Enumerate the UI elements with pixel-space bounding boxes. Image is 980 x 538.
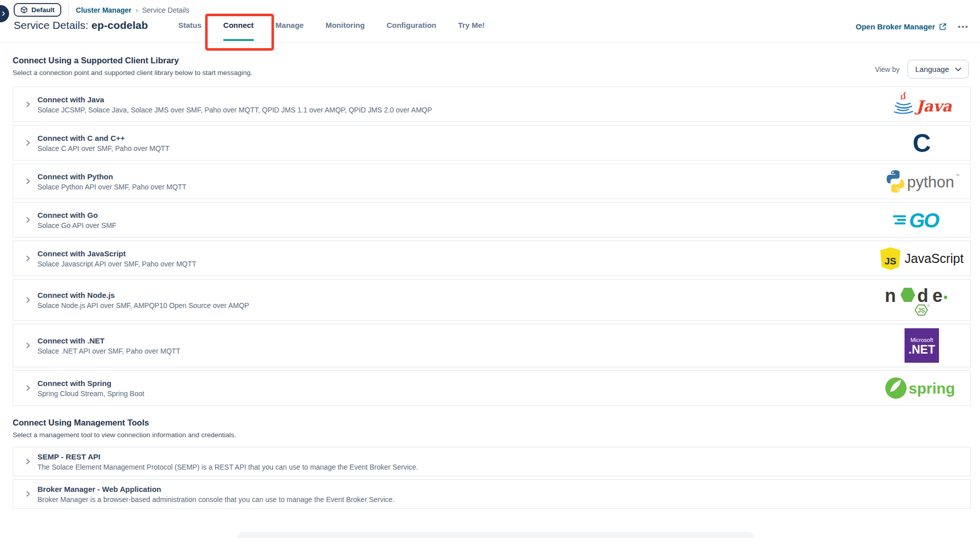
item-title[interactable]: Broker Manager - Web Application	[37, 485, 959, 493]
list-item[interactable]: SEMP - REST API The Solace Element Manag…	[13, 447, 971, 476]
management-section-subtitle: Select a management tool to view connect…	[13, 431, 971, 439]
bottom-widget-edge	[237, 532, 755, 538]
chevron-down-icon	[955, 67, 961, 71]
list-item[interactable]: Connect with Python Solace Python API ov…	[13, 164, 971, 199]
svg-text:.NET: .NET	[909, 343, 935, 356]
item-subtitle: The Solace Element Management Protocol (…	[37, 463, 959, 471]
c-language-logo: C	[907, 130, 937, 156]
chevron-right-icon	[18, 296, 37, 304]
page-header: Default Cluster Manager › Service Detail…	[0, 0, 980, 43]
page-title-prefix: Service Details:	[14, 19, 88, 31]
external-link-icon	[939, 23, 947, 30]
svg-text:JS: JS	[884, 256, 896, 266]
divider	[68, 4, 69, 17]
client-library-section-title: Connect Using a Supported Client Library	[13, 56, 253, 65]
list-item[interactable]: Connect with C and C++ Solace C API over…	[13, 125, 971, 161]
item-title[interactable]: Connect with Node.js	[37, 291, 872, 299]
breadcrumb: Cluster Manager › Service Details	[76, 6, 189, 14]
overflow-menu-button[interactable]: •••	[958, 24, 969, 29]
item-title[interactable]: Connect with JavaScript	[37, 249, 872, 258]
java-logo: Java	[891, 91, 953, 118]
tab-manage[interactable]: Manage	[276, 21, 304, 39]
environment-badge[interactable]: Default	[14, 3, 61, 17]
management-tools-list: SEMP - REST API The Solace Element Manag…	[13, 447, 971, 509]
tab-connect[interactable]: Connect	[223, 21, 254, 41]
item-logo: JS JavaScript	[878, 246, 965, 271]
svg-text:JS: JS	[918, 307, 925, 314]
svg-text:python: python	[907, 173, 954, 191]
breadcrumb-current: Service Details	[142, 6, 189, 14]
item-subtitle: Solace JCSMP, Solace Java, Solace JMS ov…	[37, 106, 872, 114]
item-logo: n d e JS	[878, 284, 965, 316]
tab-try-me[interactable]: Try Me!	[458, 21, 485, 39]
list-item[interactable]: Connect with JavaScript Solace Javascrip…	[13, 241, 971, 276]
item-logo: C	[878, 130, 965, 156]
management-section-title: Connect Using Management Tools	[13, 418, 971, 428]
list-item[interactable]: Connect with Spring Spring Cloud Stream,…	[13, 370, 971, 406]
item-subtitle: Solace C API over SMF, Paho over MQTT	[37, 144, 872, 152]
breadcrumb-cluster-manager[interactable]: Cluster Manager	[76, 6, 132, 14]
view-by-label: View by	[875, 65, 899, 73]
dotnet-logo: Microsoft .NET	[905, 328, 939, 363]
list-item[interactable]: Connect with Node.js Solace Node.js API …	[13, 279, 971, 321]
view-by-selected-value: Language	[915, 65, 949, 73]
item-subtitle: Solace Python API over SMF, Paho over MQ…	[37, 183, 872, 191]
svg-text:JavaScript: JavaScript	[905, 251, 964, 265]
view-by-dropdown[interactable]: Language	[908, 60, 969, 79]
page-title: Service Details: ep-codelab	[14, 19, 148, 31]
svg-text:Java: Java	[914, 97, 952, 115]
spring-logo: spring	[884, 375, 960, 401]
list-item[interactable]: Broker Manager - Web Application Broker …	[13, 479, 971, 509]
item-title[interactable]: Connect with Python	[37, 172, 872, 181]
tab-monitoring[interactable]: Monitoring	[326, 21, 365, 39]
management-tools-section-header: Connect Using Management Tools Select a …	[13, 418, 971, 439]
list-item[interactable]: Connect with .NET Solace .NET API over S…	[13, 324, 971, 367]
chevron-right-icon	[18, 100, 37, 108]
go-logo: GO	[892, 209, 952, 231]
client-library-section-subtitle: Select a connection point and supported …	[13, 69, 253, 76]
item-logo: spring	[878, 375, 965, 401]
chevron-right-icon	[18, 139, 37, 147]
chevron-right-icon	[18, 254, 37, 262]
item-title[interactable]: Connect with Spring	[37, 379, 872, 388]
item-subtitle: Solace Javascript API over SMF, Paho ove…	[37, 260, 872, 268]
item-subtitle: Solace .NET API over SMF, Paho over MQTT	[37, 347, 872, 355]
item-subtitle: Spring Cloud Stream, Spring Boot	[37, 390, 872, 398]
python-logo: python ™	[883, 169, 960, 194]
item-title[interactable]: Connect with Go	[37, 211, 872, 219]
item-title[interactable]: SEMP - REST API	[37, 452, 959, 461]
svg-text:d: d	[917, 285, 928, 306]
item-subtitle: Solace Go API over SMF	[37, 221, 872, 229]
chevron-right-icon	[18, 384, 37, 392]
header-actions: Open Broker Manager •••	[856, 22, 969, 31]
tab-configuration[interactable]: Configuration	[386, 21, 436, 39]
svg-text:™: ™	[955, 173, 960, 178]
svg-text:e: e	[932, 285, 943, 306]
breadcrumb-separator: ›	[135, 6, 138, 14]
tab-status[interactable]: Status	[178, 21, 202, 39]
datacenter-cube-icon	[20, 6, 28, 14]
chevron-right-icon	[18, 457, 37, 466]
chevron-right-icon	[0, 10, 7, 17]
item-logo: python ™	[878, 169, 965, 194]
item-title[interactable]: Connect with Java	[37, 95, 872, 104]
svg-text:C: C	[913, 130, 931, 156]
item-logo: Java	[878, 91, 965, 118]
sidebar-expand-button[interactable]	[0, 5, 9, 22]
svg-text:n: n	[885, 285, 896, 306]
svg-text:Microsoft: Microsoft	[911, 337, 933, 343]
svg-text:spring: spring	[909, 380, 955, 397]
item-subtitle: Solace Node.js API over SMF, AMPQP10 Ope…	[37, 301, 872, 310]
list-item[interactable]: Connect with Java Solace JCSMP, Solace J…	[13, 87, 971, 122]
view-by-control: View by Language	[875, 60, 969, 79]
client-library-list: Connect with Java Solace JCSMP, Solace J…	[13, 87, 971, 406]
item-subtitle: Broker Manager is a browser-based admini…	[37, 495, 959, 504]
item-logo: Microsoft .NET	[878, 328, 965, 363]
list-item[interactable]: Connect with Go Solace Go API over SMF G…	[13, 202, 971, 238]
environment-badge-label: Default	[31, 6, 55, 14]
item-title[interactable]: Connect with .NET	[37, 336, 872, 345]
item-title[interactable]: Connect with C and C++	[37, 134, 872, 142]
chevron-right-icon	[18, 341, 37, 350]
open-broker-manager-link[interactable]: Open Broker Manager	[856, 22, 947, 31]
javascript-logo: JS JavaScript	[879, 246, 964, 271]
